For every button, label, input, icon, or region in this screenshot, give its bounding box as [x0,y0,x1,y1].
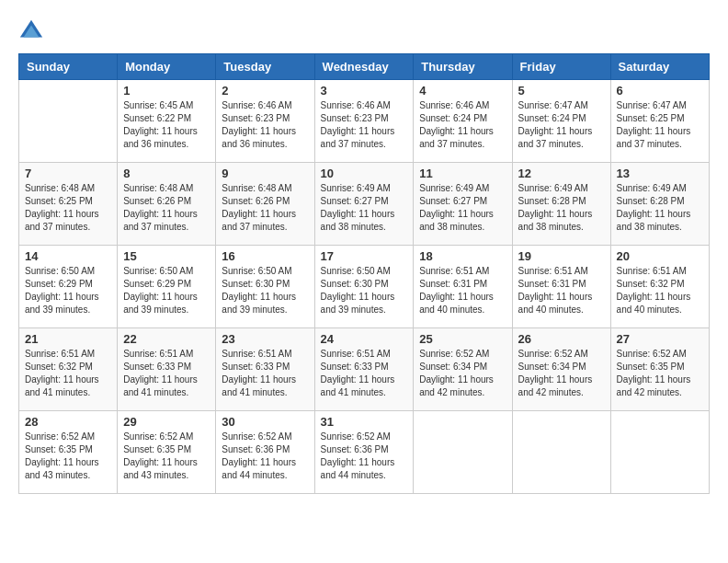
calendar-cell [19,80,118,163]
calendar-cell [414,411,512,494]
day-number: 9 [222,167,308,180]
day-info: Sunrise: 6:51 AM Sunset: 6:33 PM Dayligh… [321,348,408,399]
day-number: 5 [518,84,605,98]
day-number: 11 [419,167,506,180]
day-number: 13 [617,167,703,180]
weekday-header: Monday [118,54,216,80]
day-info: Sunrise: 6:46 AM Sunset: 6:23 PM Dayligh… [222,99,308,151]
calendar-cell: 7Sunrise: 6:48 AM Sunset: 6:25 PM Daylig… [19,163,118,246]
day-number: 27 [617,332,703,346]
calendar-cell: 31Sunrise: 6:52 AM Sunset: 6:36 PM Dayli… [314,411,414,494]
calendar-cell: 21Sunrise: 6:51 AM Sunset: 6:32 PM Dayli… [19,328,118,411]
day-info: Sunrise: 6:49 AM Sunset: 6:27 PM Dayligh… [321,182,408,234]
day-number: 6 [617,84,703,98]
weekday-header: Thursday [414,54,512,80]
calendar-cell: 15Sunrise: 6:50 AM Sunset: 6:29 PM Dayli… [118,246,216,328]
day-info: Sunrise: 6:50 AM Sunset: 6:29 PM Dayligh… [25,265,111,316]
weekday-header: Sunday [19,54,118,80]
day-info: Sunrise: 6:51 AM Sunset: 6:31 PM Dayligh… [518,265,605,316]
day-number: 21 [25,332,111,346]
day-number: 22 [123,332,210,346]
day-info: Sunrise: 6:50 AM Sunset: 6:30 PM Dayligh… [222,265,308,316]
calendar-week-row: 7Sunrise: 6:48 AM Sunset: 6:25 PM Daylig… [19,163,710,246]
day-number: 19 [518,249,605,263]
day-info: Sunrise: 6:51 AM Sunset: 6:32 PM Dayligh… [25,348,111,399]
page-header [18,18,710,44]
day-number: 3 [321,84,408,98]
day-number: 2 [222,84,308,98]
day-info: Sunrise: 6:51 AM Sunset: 6:32 PM Dayligh… [617,265,703,316]
day-number: 15 [123,249,210,263]
calendar-cell: 23Sunrise: 6:51 AM Sunset: 6:33 PM Dayli… [216,328,314,411]
calendar-table: SundayMondayTuesdayWednesdayThursdayFrid… [18,53,710,494]
day-info: Sunrise: 6:52 AM Sunset: 6:34 PM Dayligh… [518,348,605,399]
calendar-cell: 13Sunrise: 6:49 AM Sunset: 6:28 PM Dayli… [610,163,709,246]
calendar-cell [512,411,610,494]
day-info: Sunrise: 6:49 AM Sunset: 6:28 PM Dayligh… [518,182,605,234]
calendar-cell: 1Sunrise: 6:45 AM Sunset: 6:22 PM Daylig… [118,80,216,163]
day-info: Sunrise: 6:48 AM Sunset: 6:26 PM Dayligh… [123,182,210,234]
day-number: 7 [25,167,111,180]
day-number: 17 [321,249,408,263]
calendar-cell [610,411,709,494]
day-info: Sunrise: 6:49 AM Sunset: 6:27 PM Dayligh… [419,182,506,234]
calendar-cell: 9Sunrise: 6:48 AM Sunset: 6:26 PM Daylig… [216,163,314,246]
logo-icon [18,18,44,44]
calendar-cell: 18Sunrise: 6:51 AM Sunset: 6:31 PM Dayli… [414,246,512,328]
day-number: 8 [123,167,210,180]
calendar-cell: 2Sunrise: 6:46 AM Sunset: 6:23 PM Daylig… [216,80,314,163]
day-info: Sunrise: 6:51 AM Sunset: 6:33 PM Dayligh… [123,348,210,399]
calendar-cell: 8Sunrise: 6:48 AM Sunset: 6:26 PM Daylig… [118,163,216,246]
day-number: 24 [321,332,408,346]
calendar-cell: 11Sunrise: 6:49 AM Sunset: 6:27 PM Dayli… [414,163,512,246]
day-number: 12 [518,167,605,180]
day-number: 28 [25,415,111,429]
day-number: 29 [123,415,210,429]
calendar-cell: 10Sunrise: 6:49 AM Sunset: 6:27 PM Dayli… [314,163,414,246]
day-info: Sunrise: 6:46 AM Sunset: 6:23 PM Dayligh… [321,99,408,151]
day-number: 16 [222,249,308,263]
day-info: Sunrise: 6:51 AM Sunset: 6:31 PM Dayligh… [419,265,506,316]
calendar-cell: 6Sunrise: 6:47 AM Sunset: 6:25 PM Daylig… [610,80,709,163]
day-info: Sunrise: 6:48 AM Sunset: 6:25 PM Dayligh… [25,182,111,234]
calendar-cell: 25Sunrise: 6:52 AM Sunset: 6:34 PM Dayli… [414,328,512,411]
day-info: Sunrise: 6:52 AM Sunset: 6:34 PM Dayligh… [419,348,506,399]
day-info: Sunrise: 6:50 AM Sunset: 6:30 PM Dayligh… [321,265,408,316]
logo [18,18,46,44]
day-number: 26 [518,332,605,346]
day-number: 23 [222,332,308,346]
day-number: 25 [419,332,506,346]
day-info: Sunrise: 6:50 AM Sunset: 6:29 PM Dayligh… [123,265,210,316]
calendar-week-row: 21Sunrise: 6:51 AM Sunset: 6:32 PM Dayli… [19,328,710,411]
calendar-week-row: 28Sunrise: 6:52 AM Sunset: 6:35 PM Dayli… [19,411,710,494]
calendar-cell: 14Sunrise: 6:50 AM Sunset: 6:29 PM Dayli… [19,246,118,328]
day-info: Sunrise: 6:46 AM Sunset: 6:24 PM Dayligh… [419,99,506,151]
calendar-cell: 24Sunrise: 6:51 AM Sunset: 6:33 PM Dayli… [314,328,414,411]
day-info: Sunrise: 6:52 AM Sunset: 6:36 PM Dayligh… [321,431,408,482]
day-number: 30 [222,415,308,429]
weekday-header: Wednesday [314,54,414,80]
day-info: Sunrise: 6:47 AM Sunset: 6:24 PM Dayligh… [518,99,605,151]
calendar-cell: 20Sunrise: 6:51 AM Sunset: 6:32 PM Dayli… [610,246,709,328]
day-number: 1 [123,84,210,98]
calendar-cell: 19Sunrise: 6:51 AM Sunset: 6:31 PM Dayli… [512,246,610,328]
day-info: Sunrise: 6:52 AM Sunset: 6:35 PM Dayligh… [617,348,703,399]
day-number: 10 [321,167,408,180]
day-info: Sunrise: 6:48 AM Sunset: 6:26 PM Dayligh… [222,182,308,234]
day-info: Sunrise: 6:47 AM Sunset: 6:25 PM Dayligh… [617,99,703,151]
calendar-cell: 5Sunrise: 6:47 AM Sunset: 6:24 PM Daylig… [512,80,610,163]
day-info: Sunrise: 6:51 AM Sunset: 6:33 PM Dayligh… [222,348,308,399]
calendar-cell: 28Sunrise: 6:52 AM Sunset: 6:35 PM Dayli… [19,411,118,494]
calendar-cell: 27Sunrise: 6:52 AM Sunset: 6:35 PM Dayli… [610,328,709,411]
calendar-cell: 30Sunrise: 6:52 AM Sunset: 6:36 PM Dayli… [216,411,314,494]
calendar-cell: 22Sunrise: 6:51 AM Sunset: 6:33 PM Dayli… [118,328,216,411]
calendar-cell: 29Sunrise: 6:52 AM Sunset: 6:35 PM Dayli… [118,411,216,494]
calendar-cell: 12Sunrise: 6:49 AM Sunset: 6:28 PM Dayli… [512,163,610,246]
day-info: Sunrise: 6:49 AM Sunset: 6:28 PM Dayligh… [617,182,703,234]
day-info: Sunrise: 6:52 AM Sunset: 6:36 PM Dayligh… [222,431,308,482]
calendar-header-row: SundayMondayTuesdayWednesdayThursdayFrid… [19,54,710,80]
calendar-cell: 26Sunrise: 6:52 AM Sunset: 6:34 PM Dayli… [512,328,610,411]
day-number: 14 [25,249,111,263]
day-info: Sunrise: 6:52 AM Sunset: 6:35 PM Dayligh… [25,431,111,482]
weekday-header: Tuesday [216,54,314,80]
